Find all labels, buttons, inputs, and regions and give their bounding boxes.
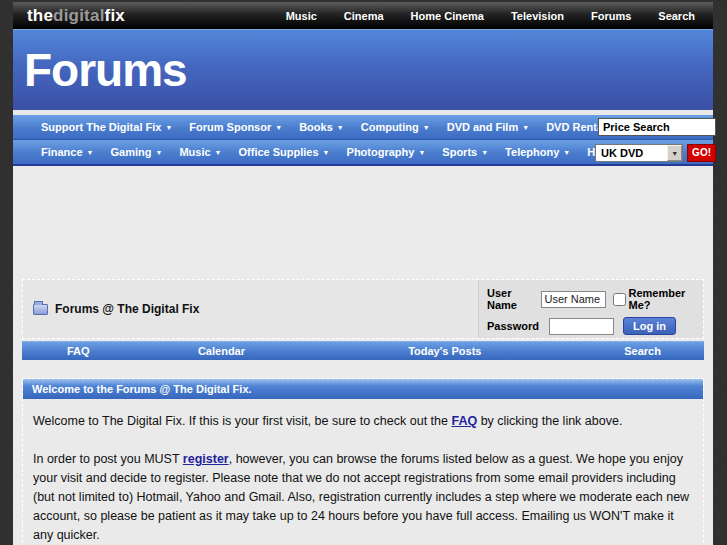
menu-item[interactable]: Gaming▼ xyxy=(111,146,163,158)
menu-item[interactable]: Sports▼ xyxy=(442,146,488,158)
top-nav-link[interactable]: Home Cinema xyxy=(411,10,484,22)
forums-banner: Forums xyxy=(13,29,713,110)
menu-item[interactable]: Computing▼ xyxy=(361,121,430,133)
menu-item[interactable]: Finance▼ xyxy=(41,146,94,158)
page: thedigitalfix MusicCinemaHome CinemaTele… xyxy=(13,2,713,545)
menu-item[interactable]: DVD and Film▼ xyxy=(447,121,529,133)
price-search-input[interactable] xyxy=(598,118,716,136)
welcome-body: Welcome to The Digital Fix. If this is y… xyxy=(23,399,703,545)
faq-link[interactable]: FAQ xyxy=(451,414,477,428)
shop-select[interactable]: UK DVD ▼ xyxy=(595,144,683,162)
top-nav: MusicCinemaHome CinemaTelevisionForumsSe… xyxy=(286,10,695,22)
go-button[interactable]: GO! xyxy=(687,144,716,162)
welcome-paragraph-2: In order to post you MUST register, howe… xyxy=(33,450,693,545)
spacer xyxy=(22,360,704,378)
dropdown-arrow-icon: ▼ xyxy=(337,124,344,131)
login-panel: User Name Remember Me? Password Log in xyxy=(478,280,703,338)
dropdown-arrow-icon: ▼ xyxy=(275,124,282,131)
top-nav-link[interactable]: Forums xyxy=(591,10,631,22)
welcome-paragraph-1: Welcome to The Digital Fix. If this is y… xyxy=(33,412,693,431)
main-content: Forums @ The Digital Fix User Name Remem… xyxy=(13,166,713,545)
dropdown-arrow-icon: ▼ xyxy=(87,149,94,156)
logo-part-digital: digital xyxy=(53,6,104,25)
page-title: Forums xyxy=(13,30,713,97)
dropdown-arrow-icon: ▼ xyxy=(215,149,222,156)
top-nav-link[interactable]: Search xyxy=(658,10,695,22)
toolbar-faq-link[interactable]: FAQ xyxy=(22,342,135,360)
menu-row-2: Finance▼Gaming▼Music▼Office Supplies▼Pho… xyxy=(13,140,713,166)
menu-item[interactable]: Music▼ xyxy=(179,146,221,158)
logo-part-the: the xyxy=(27,6,53,25)
remember-me-checkbox[interactable] xyxy=(613,293,626,306)
login-row-password: Password Log in xyxy=(487,317,697,335)
register-link[interactable]: register xyxy=(183,452,229,466)
forum-header-left: Forums @ The Digital Fix xyxy=(23,280,478,338)
folder-icon xyxy=(33,304,48,315)
username-field[interactable] xyxy=(541,291,606,308)
menu-item[interactable]: Forum Sponsor▼ xyxy=(189,121,282,133)
dropdown-arrow-icon: ▼ xyxy=(165,124,172,131)
top-nav-link[interactable]: Music xyxy=(286,10,317,22)
select-arrow-icon[interactable]: ▼ xyxy=(667,145,682,161)
top-nav-link[interactable]: Cinema xyxy=(344,10,384,22)
welcome-header: Welcome to the Forums @ The Digital Fix. xyxy=(23,379,703,399)
login-button[interactable]: Log in xyxy=(623,317,676,335)
top-nav-link[interactable]: Television xyxy=(511,10,564,22)
menu-item[interactable]: Support The Digital Fix▼ xyxy=(41,121,172,133)
shop-select-value: UK DVD xyxy=(596,147,667,159)
logo-part-fix: fix xyxy=(105,6,125,25)
dropdown-arrow-icon: ▼ xyxy=(563,149,570,156)
toolbar-todays-posts-link[interactable]: Today's Posts xyxy=(308,342,581,360)
forum-title: Forums @ The Digital Fix xyxy=(55,302,199,316)
menu-item[interactable]: Books▼ xyxy=(299,121,344,133)
menu-item[interactable]: Office Supplies▼ xyxy=(239,146,330,158)
menu-row-1: Support The Digital Fix▼Forum Sponsor▼Bo… xyxy=(13,115,713,140)
menu-item[interactable]: Photography▼ xyxy=(347,146,426,158)
dropdown-arrow-icon: ▼ xyxy=(155,149,162,156)
welcome-box: Welcome to the Forums @ The Digital Fix.… xyxy=(22,378,704,545)
ad-space xyxy=(22,166,704,279)
password-field[interactable] xyxy=(549,318,614,335)
password-label: Password xyxy=(487,320,549,332)
top-bar: thedigitalfix MusicCinemaHome CinemaTele… xyxy=(13,2,713,29)
shop-search-group: UK DVD ▼ GO! xyxy=(595,144,716,162)
dropdown-arrow-icon: ▼ xyxy=(418,149,425,156)
site-logo[interactable]: thedigitalfix xyxy=(27,6,125,26)
menu-item[interactable]: Telephony▼ xyxy=(505,146,570,158)
remember-me-group: Remember Me? xyxy=(613,287,698,311)
dropdown-arrow-icon: ▼ xyxy=(522,124,529,131)
login-row-username: User Name Remember Me? xyxy=(487,287,697,311)
dropdown-arrow-icon: ▼ xyxy=(323,149,330,156)
dropdown-arrow-icon: ▼ xyxy=(423,124,430,131)
toolbar-search-link[interactable]: Search xyxy=(581,342,704,360)
remember-me-label: Remember Me? xyxy=(629,287,698,311)
forum-header-box: Forums @ The Digital Fix User Name Remem… xyxy=(22,279,704,339)
toolbar-calendar-link[interactable]: Calendar xyxy=(135,342,309,360)
forum-toolbar: FAQ Calendar Today's Posts Search xyxy=(22,341,704,360)
username-label: User Name xyxy=(487,287,541,311)
dropdown-arrow-icon: ▼ xyxy=(481,149,488,156)
